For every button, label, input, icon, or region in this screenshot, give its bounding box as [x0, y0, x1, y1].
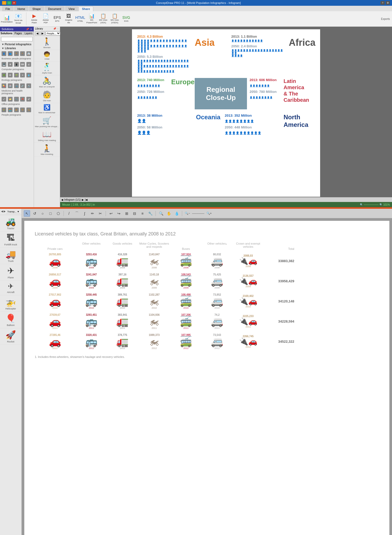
tab-solutions[interactable]: Solutions — [0, 31, 13, 35]
eraser-tool[interactable]: ✂ — [97, 210, 103, 217]
library-item-woman[interactable]: 🚶 Woman — [34, 36, 60, 50]
library-item-joyful[interactable]: 🕺 Joyful man — [34, 61, 60, 75]
lib-icon-9[interactable]: ⌨ — [20, 62, 25, 67]
library-item-bicycle[interactable]: 🚴 Man on a bicycle — [34, 75, 60, 89]
line-tool[interactable]: / — [66, 210, 72, 217]
tab-document[interactable]: Document — [45, 6, 65, 11]
tab-share[interactable]: Share — [79, 6, 94, 11]
lib-icon-22[interactable]: 📁 — [8, 97, 13, 102]
presentation-btn[interactable]: 📊 Presentation — [2, 14, 11, 24]
lib-icon-14[interactable]: ☀ — [20, 73, 25, 77]
pictorial-infographics-toggle[interactable]: ▼ Pictorial infographics — [2, 43, 32, 46]
undo-tool[interactable]: ↩ — [108, 210, 114, 217]
library-item-oldman[interactable]: 🧓 Old man — [34, 89, 60, 103]
tab-pages[interactable]: Pages — [13, 31, 24, 35]
top-canvas-inner[interactable]: 2013: 4.3 Billion 👤👤👤👤👤👤👤👤👤👤👤👤👤👤👤👤👤👤👤👤 👤… — [60, 27, 392, 197]
vehicle-item-forklift[interactable]: 🏗 Forklift truck — [0, 232, 21, 248]
graphic-file-btn[interactable]: 🖼 Graphicfile — [64, 14, 73, 24]
library-dropdown[interactable]: People... — [45, 31, 61, 35]
solutions-search-input[interactable] — [1, 37, 33, 41]
panel-pin-btn[interactable]: 📌 — [26, 28, 29, 31]
minimize-btn[interactable]: ─ — [2, 1, 6, 5]
panel-close-btn[interactable]: ✕ — [30, 28, 32, 31]
lib-icon-21[interactable]: 🖊 — [2, 97, 6, 102]
tab-home[interactable]: Home — [14, 6, 28, 11]
vehicle-item-balloon[interactable]: 🎈 Balloon — [0, 312, 21, 328]
lib-icon-2[interactable]: 👥 — [8, 51, 13, 56]
ungroup-tool[interactable]: ⊟ — [131, 210, 138, 217]
adobe-flash-btn[interactable]: ▶ Adobe Flash — [30, 14, 39, 24]
curve-tool[interactable]: ⌒ — [74, 210, 80, 217]
wrench-tool[interactable]: 🔧 — [147, 210, 153, 217]
lib-icon-5[interactable]: 👔 — [26, 51, 31, 56]
tab-view[interactable]: View — [65, 6, 78, 11]
lib-icon-29[interactable]: 🏋 — [20, 108, 25, 112]
page-prev-btn[interactable]: ◀ — [61, 198, 63, 201]
vehicle-item-rocket[interactable]: 🚀 Rocket — [0, 328, 21, 345]
eyedropper-tool[interactable]: 💧 — [174, 210, 180, 217]
lib-icon-3[interactable]: 🏃 — [14, 51, 19, 56]
lib-icon-17[interactable]: 🏥 — [8, 83, 13, 88]
html-btn[interactable]: HTML HTML — [76, 14, 85, 24]
ms-visio-vsdx-btn[interactable]: 📋 MS Visio(VSDX) — [110, 14, 119, 24]
vehicle-fwd-btn[interactable]: ▶ — [4, 210, 6, 214]
tab-layers[interactable]: Layers — [24, 31, 34, 35]
lib-icon-24[interactable]: 📌 — [20, 97, 25, 102]
library-item-reading[interactable]: 📖 Sitting man reading — [34, 129, 60, 143]
library-fwd-btn[interactable]: ▶ — [40, 31, 45, 35]
ms-visio-vdx-btn[interactable]: 📋 MS Visio(VDX) — [99, 14, 108, 24]
lib-icon-6[interactable]: 💻 — [2, 62, 6, 67]
lib-icon-1[interactable]: 👤 — [2, 51, 6, 56]
eps-btn[interactable]: EPS EPS — [53, 14, 62, 24]
align-tool[interactable]: ≡ — [139, 210, 146, 217]
close-btn[interactable]: ✕ — [12, 1, 16, 5]
library-item-shopping[interactable]: 🛒 Man pushing the shoppi... — [34, 115, 60, 129]
library-item-kneeling[interactable]: 🧎 Man kneeling — [34, 143, 60, 157]
lib-icon-12[interactable]: ♻ — [8, 73, 13, 77]
vehicle-item-helicopter[interactable]: 🚁 Helicopter — [0, 295, 21, 312]
redo-tool[interactable]: ↪ — [116, 210, 122, 217]
lib-icon-27[interactable]: 🏊 — [8, 108, 13, 112]
lib-icon-26[interactable]: 🚴 — [2, 108, 6, 112]
lib-icon-10[interactable]: 🖨 — [26, 62, 31, 67]
lib-icon-16[interactable]: 💊 — [2, 83, 6, 88]
vehicle-item-aircraft[interactable]: ✈ Aircraft — [0, 281, 21, 295]
lib-icon-13[interactable]: 🌱 — [14, 73, 19, 77]
rotate-tool[interactable]: ↺ — [32, 210, 38, 217]
zoom-in-tool[interactable]: 🔍+ — [206, 210, 212, 217]
settings-btn[interactable]: ⚙ — [386, 1, 390, 5]
page-next-btn[interactable]: ▶ — [82, 198, 84, 201]
select-tool[interactable]: ↖ — [24, 210, 30, 217]
lib-icon-4[interactable]: 🚶 — [20, 51, 25, 56]
vehicle-back-btn[interactable]: ◀ — [1, 210, 3, 214]
vehicle-item-plane[interactable]: ✈ Plane — [0, 264, 21, 281]
help-btn[interactable]: ? — [381, 1, 385, 5]
tab-file[interactable]: File — [2, 6, 14, 11]
tab-shape[interactable]: Shape — [29, 6, 44, 11]
lib-icon-15[interactable]: 💧 — [26, 73, 31, 77]
send-email-btn[interactable]: 📧 Send viaEmail — [14, 14, 23, 24]
library-item-wheelchair[interactable]: ♿ Man in wheelchair — [34, 103, 60, 115]
maximize-btn[interactable]: □ — [7, 1, 11, 5]
lib-icon-25[interactable]: 🖇 — [26, 97, 31, 102]
pentagon-tool[interactable]: ⬠ — [55, 210, 61, 217]
library-pin-btn[interactable]: 📌 — [53, 27, 56, 30]
adobe-pdf-btn[interactable]: 📄 Adobe PDF — [41, 14, 50, 24]
library-item-child[interactable]: 🧒 Child — [34, 50, 60, 61]
lib-icon-7[interactable]: 🖥 — [8, 62, 13, 67]
vehicle-item-tractor[interactable]: 🚜 Tractor — [0, 215, 21, 232]
library-back-btn[interactable]: ◀ — [35, 31, 40, 35]
vehicle-item-truck[interactable]: 🚚 Truck — [0, 248, 21, 264]
ms-ppt-btn[interactable]: 📊 MSPowerPoint — [87, 14, 96, 24]
bottom-canvas-inner[interactable]: Licensed vehicles by tax class, Great Br… — [24, 221, 389, 535]
hand-tool[interactable]: ✋ — [166, 210, 172, 217]
circle-tool[interactable]: ○ — [39, 210, 46, 217]
vehicle-dropdown-arrow[interactable]: ▼ — [17, 210, 19, 213]
zoom-tool[interactable]: 🔍 — [158, 210, 164, 217]
library-close-btn[interactable]: ✕ — [57, 27, 59, 30]
svg-btn[interactable]: SVG SVG — [122, 14, 131, 24]
lib-icon-8[interactable]: 📱 — [14, 62, 19, 67]
rectangle-tool[interactable]: □ — [47, 210, 54, 217]
group-tool[interactable]: ⊞ — [124, 210, 130, 217]
lib-icon-30[interactable]: 🤸 — [26, 108, 31, 112]
